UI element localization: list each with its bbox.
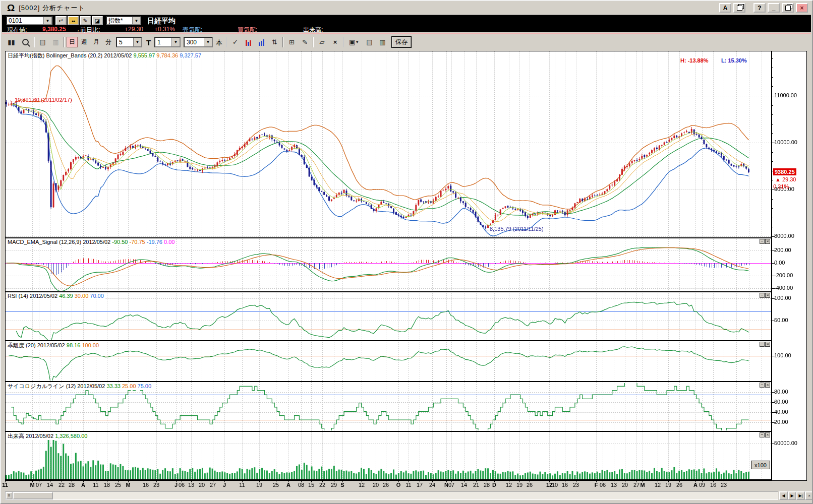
x-axis-label: 20 — [199, 482, 205, 488]
y-axis-tick-label: 80.00 — [774, 389, 788, 395]
header-segment: 100.00 — [82, 342, 99, 348]
panel-close-button[interactable]: × — [765, 432, 770, 437]
panel-close-button[interactable]: × — [765, 383, 770, 388]
scrollbar-grip[interactable]: ≡ — [6, 492, 13, 499]
x-axis-label: 19 — [665, 482, 671, 488]
x-axis-label: F — [595, 482, 598, 488]
x-axis-label: A — [693, 482, 698, 488]
panel-minimize-button[interactable]: − — [760, 293, 765, 298]
x-axis-label: 19 — [256, 482, 262, 488]
y-axis-tick-label: 11000.00 — [774, 92, 797, 98]
y-axis-tick-label: 200.00 — [774, 247, 791, 253]
header-segment: 1,326,580.00 — [55, 433, 87, 439]
panel-close-button[interactable]: × — [765, 239, 770, 244]
header-segment: -70.75 — [130, 239, 147, 245]
scroll-button[interactable]: ◀ — [779, 491, 788, 500]
header-segment: -19.76 — [147, 239, 164, 245]
panel-minimize-button[interactable]: − — [760, 342, 765, 347]
x-axis-label: 18 — [104, 482, 110, 488]
chart-plot-area[interactable] — [1, 1, 813, 504]
header-segment: -90.50 — [112, 239, 129, 245]
x-axis-label: M — [640, 482, 645, 488]
panel-close-button[interactable]: × — [765, 342, 770, 347]
x-axis-label: 26 — [383, 482, 389, 488]
x-axis-label: 24 — [429, 482, 435, 488]
kairi-panel-header: 乖離度 (20) 2012/05/02 98.16 100.00 — [7, 342, 100, 349]
header-segment: 46.39 — [59, 293, 75, 299]
psych-panel-header: サイコロジカルライン (12) 2012/05/02 33.33 25.00 7… — [7, 383, 152, 390]
header-segment: 9,555.97 — [133, 52, 156, 58]
x-axis-label: 10 — [552, 482, 558, 488]
x-axis-label: 20 — [373, 482, 379, 488]
x-axis-label: N — [444, 482, 448, 488]
x-axis-label: 22 — [59, 482, 65, 488]
x-axis-label: J — [223, 482, 226, 488]
chart-annotation: ←8,135.79 (2011/11/25) — [484, 226, 544, 232]
x-axis-label: 26 — [527, 482, 533, 488]
y-axis-tick-label: 40.00 — [774, 409, 788, 415]
y-axis-tick-label: 20.00 — [774, 419, 788, 425]
rsi-panel-header: RSI (14) 2012/05/02 46.39 30.00 70.00 — [7, 293, 105, 299]
x-axis-label: 25 — [273, 482, 279, 488]
x-axis-label: A — [286, 482, 291, 488]
scroll-button[interactable]: ▶| — [796, 491, 805, 500]
volume-panel-header: 出来高 2012/05/02 1,326,580.00 — [7, 432, 88, 440]
y-axis-tick-label: 10000.00 — [774, 139, 797, 145]
panel-minimize-button[interactable]: − — [760, 432, 765, 437]
low-distance-label: L: 15.30% — [721, 57, 747, 64]
header-segment: 25.00 — [122, 383, 138, 389]
x-axis-label: 12 — [655, 482, 661, 488]
x-axis-label: 29 — [331, 482, 337, 488]
volume-multiplier-badge: x100 — [751, 461, 770, 469]
header-segment: RSI (14) 2012/05/02 — [8, 293, 59, 299]
x-axis-label: 08 — [298, 482, 304, 488]
x-axis-label: M — [30, 482, 34, 488]
header-segment: 日経平均(指数) Bollinger_Bands (20,2) 2012/05/… — [8, 52, 133, 58]
scrollbar-thumb[interactable] — [13, 492, 53, 499]
scroll-close-button[interactable]: × — [805, 491, 813, 500]
x-axis-label: 06 — [179, 482, 185, 488]
x-axis-label: 13 — [188, 482, 194, 488]
x-axis-label: J — [175, 482, 178, 488]
y-axis-tick-label: 50.00 — [774, 317, 788, 323]
header-segment: 75.00 — [138, 383, 152, 389]
header-segment: 出来高 2012/05/02 — [8, 433, 55, 439]
y-axis-tick-label: -400.00 — [774, 285, 793, 291]
x-axis-label: M — [126, 482, 130, 488]
header-segment: 9,784.36 — [156, 52, 180, 58]
header-segment: 98.16 — [67, 342, 82, 348]
y-axis-tick-label: 60.00 — [774, 399, 788, 405]
panel-minimize-button[interactable]: − — [760, 239, 765, 244]
x-axis-label: 23 — [153, 482, 159, 488]
y-axis-tick-label: 50000.00 — [774, 440, 797, 446]
panel-close-button[interactable]: × — [765, 293, 770, 298]
header-segment: 70.00 — [90, 293, 104, 299]
x-axis-label: 16 — [562, 482, 568, 488]
horizontal-scrollbar[interactable]: ≡ — [5, 491, 778, 500]
x-axis-label: 21 — [473, 482, 479, 488]
x-axis-label: 11 — [239, 482, 245, 488]
x-axis-label: 07 — [36, 482, 42, 488]
header-segment: サイコロジカルライン (12) 2012/05/02 — [8, 383, 106, 389]
scroll-button[interactable]: ▶ — [788, 491, 796, 500]
x-axis-label: 17 — [417, 482, 423, 488]
x-axis-label: 16 — [710, 482, 716, 488]
macd-panel-header: MACD_EMA_Signal (12,26,9) 2012/05/02 -90… — [7, 239, 176, 245]
x-axis-label: O — [396, 482, 401, 488]
panel-minimize-button[interactable]: − — [760, 383, 765, 388]
main-panel-header: 日経平均(指数) Bollinger_Bands (20,2) 2012/05/… — [7, 52, 202, 59]
x-axis-label: 23 — [573, 482, 579, 488]
price-change-label: ▲ 29.30 — [775, 176, 796, 182]
y-axis-tick-label: 100.00 — [774, 295, 791, 301]
analysis-chart-window: Ω [5002] 分析チャート A ? _ × 0101 ▼ ↵ ●● ✎ ◪ … — [0, 0, 813, 504]
x-axis-label: S — [340, 482, 344, 488]
header-segment: 乖離度 (20) 2012/05/02 — [8, 342, 67, 348]
x-axis-label: 12 — [359, 482, 365, 488]
header-segment: 30.00 — [75, 293, 90, 299]
header-segment: MACD_EMA_Signal (12,26,9) 2012/05/02 — [8, 239, 112, 245]
x-axis-label: 11 — [405, 482, 411, 488]
y-axis-tick-label: 0.00 — [774, 260, 785, 266]
x-axis-label: 27 — [210, 482, 216, 488]
x-axis-label: 25 — [115, 482, 121, 488]
header-segment: 9,327.57 — [180, 52, 201, 58]
